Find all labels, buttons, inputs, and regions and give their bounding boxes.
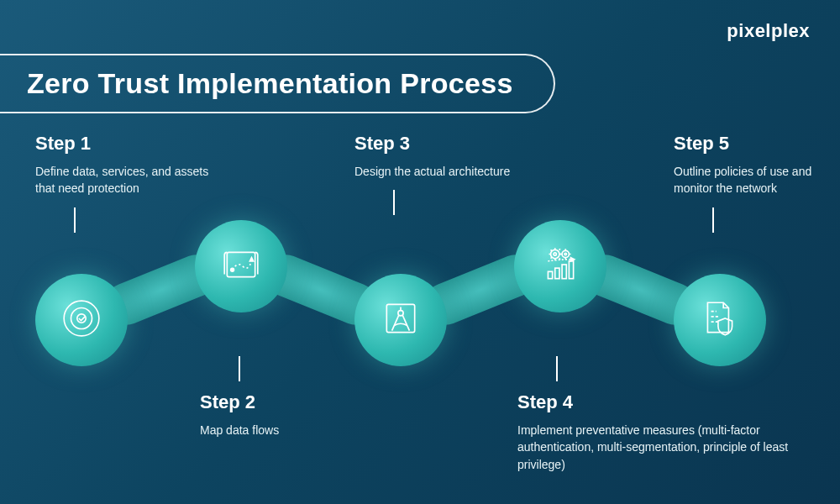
- step-1-block: Step 1 Define data, services, and assets…: [35, 133, 212, 233]
- document-shield-icon: [699, 297, 741, 343]
- svg-rect-11: [548, 271, 552, 278]
- step-4-block: Step 4 Implement preventative measures (…: [517, 356, 803, 473]
- target-check-icon: [60, 297, 102, 343]
- svg-rect-12: [555, 268, 559, 279]
- process-track: [35, 245, 808, 346]
- brand-logo: pixelplex: [727, 20, 810, 42]
- svg-point-1: [71, 308, 92, 329]
- node-step-4: [514, 220, 606, 312]
- tick-line: [556, 356, 558, 381]
- tick-line: [393, 190, 395, 215]
- svg-point-10: [564, 253, 567, 255]
- step-3-label: Step 3: [354, 133, 531, 155]
- svg-rect-13: [562, 265, 566, 279]
- compass-blueprint-icon: [380, 297, 422, 343]
- step-4-label: Step 4: [517, 391, 803, 413]
- step-2-block: Step 2 Map data flows: [200, 356, 351, 438]
- node-step-1: [35, 274, 128, 366]
- svg-point-2: [77, 314, 86, 323]
- map-route-icon: [220, 244, 262, 289]
- step-2-label: Step 2: [200, 391, 351, 413]
- svg-point-7: [551, 249, 559, 258]
- tick-line: [74, 207, 76, 233]
- svg-point-9: [562, 250, 569, 257]
- svg-point-0: [64, 301, 99, 336]
- step-1-label: Step 1: [35, 133, 212, 155]
- step-5-block: Step 5 Outline policies of use and monit…: [674, 133, 840, 233]
- node-step-5: [674, 274, 766, 366]
- step-1-desc: Define data, services, and assets that n…: [35, 163, 212, 197]
- node-step-3: [354, 274, 447, 366]
- svg-rect-14: [569, 261, 573, 279]
- step-2-desc: Map data flows: [200, 422, 351, 438]
- step-5-label: Step 5: [674, 133, 840, 155]
- title-pill: Zero Trust Implementation Process: [0, 54, 555, 113]
- tick-line: [712, 207, 714, 233]
- step-4-desc: Implement preventative measures (multi-f…: [517, 422, 803, 473]
- svg-point-8: [554, 253, 556, 255]
- tick-line: [239, 356, 240, 381]
- step-3-desc: Design the actual architecture: [354, 163, 531, 180]
- gears-barchart-icon: [539, 244, 581, 289]
- step-3-block: Step 3 Design the actual architecture: [354, 133, 531, 215]
- node-step-2: [195, 220, 287, 312]
- page-title: Zero Trust Implementation Process: [27, 67, 513, 100]
- step-5-desc: Outline policies of use and monitor the …: [674, 163, 840, 197]
- svg-point-4: [231, 268, 234, 271]
